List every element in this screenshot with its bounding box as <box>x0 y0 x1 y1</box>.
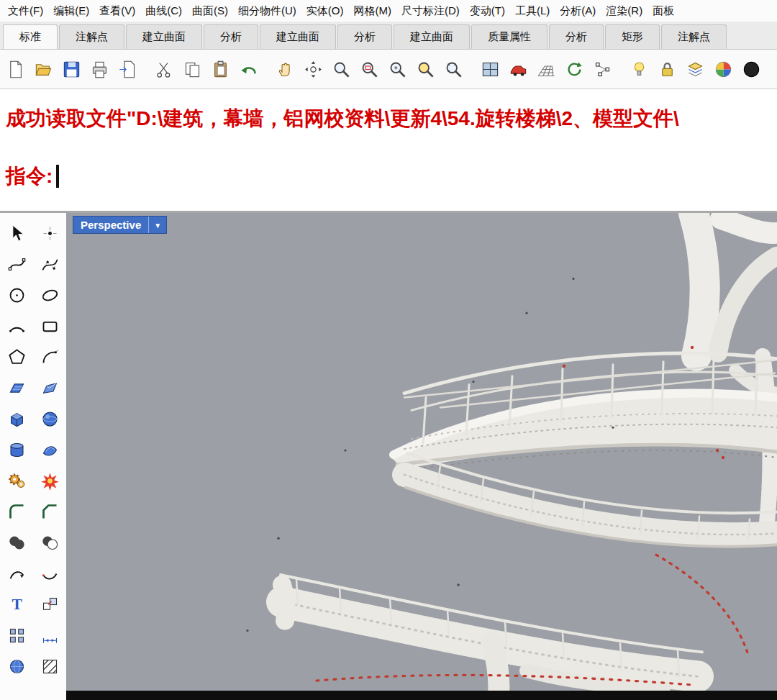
four-viewports-icon[interactable] <box>478 57 502 81</box>
box-icon[interactable] <box>5 407 28 430</box>
menu-analyze[interactable]: 分析(A) <box>555 2 601 20</box>
fillet-icon[interactable] <box>5 500 28 523</box>
tab-analyze-2[interactable]: 分析 <box>337 24 392 49</box>
boolean-difference-icon[interactable] <box>38 531 61 554</box>
circle-icon[interactable] <box>5 283 28 306</box>
lock-icon[interactable] <box>655 57 679 81</box>
viewport-bottom-strip <box>66 691 777 700</box>
tab-mass-properties[interactable]: 质量属性 <box>471 24 547 49</box>
curve-tool-2-icon[interactable] <box>38 562 61 585</box>
arc-icon[interactable] <box>5 314 28 337</box>
rotate-view-icon[interactable] <box>301 57 325 81</box>
text-icon[interactable]: T <box>5 593 28 616</box>
select-arrow-icon[interactable] <box>5 222 28 245</box>
tab-standard[interactable]: 标准 <box>3 24 58 49</box>
text-cursor <box>56 165 59 188</box>
new-file-icon[interactable] <box>3 57 27 81</box>
copy-icon[interactable] <box>180 57 204 81</box>
tab-create-surface-3[interactable]: 建立曲面 <box>394 24 470 49</box>
menu-mesh[interactable]: 网格(M) <box>348 2 396 20</box>
paste-icon[interactable] <box>208 57 232 81</box>
curve-interpolate-icon[interactable] <box>5 253 28 276</box>
object-snap-icon[interactable] <box>590 57 614 81</box>
boolean-union-icon[interactable] <box>5 531 28 554</box>
pan-icon[interactable] <box>273 57 297 81</box>
viewport-dropdown-icon[interactable]: ▼ <box>148 217 166 233</box>
rectangle-rounded-icon[interactable] <box>38 314 61 337</box>
menu-edit[interactable]: 编辑(E) <box>48 2 94 20</box>
menu-panels[interactable]: 面板 <box>648 2 679 20</box>
curve-control-icon[interactable] <box>38 253 61 276</box>
surface-patch-icon[interactable] <box>38 438 61 461</box>
view-rotate-icon[interactable] <box>562 57 586 81</box>
curve-tool-icon[interactable] <box>5 562 28 585</box>
surface-corner-icon[interactable] <box>38 376 61 399</box>
lamp-icon[interactable] <box>627 57 651 81</box>
dimension-icon[interactable] <box>38 624 61 647</box>
cplane-grid-icon[interactable] <box>534 57 558 81</box>
menu-surface[interactable]: 曲面(S) <box>187 2 233 20</box>
viewport-title[interactable]: Perspective ▼ <box>73 217 166 233</box>
zoom-window-icon[interactable] <box>357 57 381 81</box>
menu-file[interactable]: 文件(F) <box>3 2 48 20</box>
menu-transform[interactable]: 变动(T) <box>465 2 510 20</box>
zoom-extents-icon[interactable] <box>441 57 465 81</box>
tab-analyze-3[interactable]: 分析 <box>549 24 604 49</box>
zoom-icon[interactable] <box>329 57 353 81</box>
chamfer-icon[interactable] <box>38 500 61 523</box>
display-mode-icon[interactable] <box>739 57 763 81</box>
array-squares-icon[interactable] <box>5 624 28 647</box>
ellipse-icon[interactable] <box>38 283 61 306</box>
viewport-title-label[interactable]: Perspective <box>73 217 148 233</box>
menu-subd[interactable]: 细分物件(U) <box>233 2 301 20</box>
menu-curve[interactable]: 曲线(C) <box>140 2 187 20</box>
hatch-icon[interactable] <box>38 655 61 678</box>
color-wheel-icon[interactable] <box>711 57 735 81</box>
save-icon[interactable] <box>59 57 83 81</box>
print-icon[interactable] <box>87 57 112 81</box>
menu-tools[interactable]: 工具(L) <box>510 2 555 20</box>
menu-render[interactable]: 渲染(R) <box>601 2 648 20</box>
standard-toolbar <box>0 50 777 89</box>
burst-icon[interactable] <box>38 469 61 492</box>
move-copy-icon[interactable] <box>38 593 61 616</box>
tab-annotate-1[interactable]: 注解点 <box>59 24 124 49</box>
undo-icon[interactable] <box>236 57 260 81</box>
tab-annotate-2[interactable]: 注解点 <box>661 24 727 49</box>
main-area: T Perspective ▼ <box>0 213 777 700</box>
polygon-icon[interactable] <box>5 345 28 368</box>
perspective-viewport[interactable]: Perspective ▼ <box>66 213 777 700</box>
toolbar-tab-bar: 标准 注解点 建立曲面 分析 建立曲面 分析 建立曲面 质量属性 分析 矩形 注… <box>0 22 777 50</box>
tab-analyze-1[interactable]: 分析 <box>204 24 258 49</box>
command-prompt-row[interactable]: 指令: <box>6 163 771 190</box>
menu-dimension[interactable]: 尺寸标注(D) <box>396 2 465 20</box>
command-prompt-label: 指令: <box>6 163 53 190</box>
command-history-line: 成功读取文件"D:\建筑，幕墙，铝网校资料\更新4\54.旋转楼梯\2、模型文件… <box>6 105 771 132</box>
open-file-icon[interactable] <box>31 57 55 81</box>
menu-view[interactable]: 查看(V) <box>94 2 140 20</box>
gears-icon[interactable] <box>5 469 28 492</box>
menubar: 文件(F) 编辑(E) 查看(V) 曲线(C) 曲面(S) 细分物件(U) 实体… <box>0 0 777 22</box>
tab-create-surface-1[interactable]: 建立曲面 <box>126 24 202 49</box>
export-page-icon[interactable] <box>115 57 140 81</box>
menu-solid[interactable]: 实体(O) <box>301 2 349 20</box>
svg-text:T: T <box>12 596 22 613</box>
tab-rectangle[interactable]: 矩形 <box>605 24 660 49</box>
tab-create-surface-2[interactable]: 建立曲面 <box>260 24 336 49</box>
layers-icon[interactable] <box>683 57 707 81</box>
cylinder-icon[interactable] <box>5 438 28 461</box>
sphere-blue-icon[interactable] <box>5 655 28 678</box>
main-toolbar-sidebar: T <box>0 213 66 700</box>
command-area[interactable]: 成功读取文件"D:\建筑，幕墙，铝网校资料\更新4\54.旋转楼梯\2、模型文件… <box>0 89 777 213</box>
named-view-car-icon[interactable] <box>506 57 530 81</box>
zoom-selected-icon[interactable] <box>413 57 437 81</box>
rhino-window: { "menubar": { "items": [ {"label": "文件(… <box>0 0 777 700</box>
point-cloud-staircase <box>66 213 777 700</box>
surface-plane-icon[interactable] <box>5 376 28 399</box>
zoom-dynamic-icon[interactable] <box>385 57 409 81</box>
sphere-icon[interactable] <box>38 407 61 430</box>
cut-icon[interactable] <box>152 57 176 81</box>
point-icon[interactable] <box>38 222 61 245</box>
arc-handle-icon[interactable] <box>38 345 61 368</box>
